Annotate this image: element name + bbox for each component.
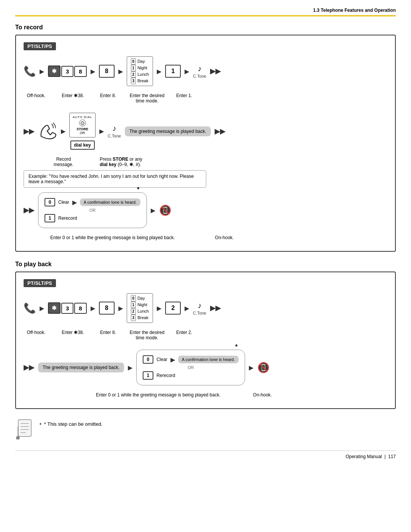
pb-options-container: * 0 Clear ▶ A confirmation tone is heard… [136, 350, 245, 385]
pb-onhook-icon: 📵 [257, 362, 269, 374]
pb-star-key: ✱ [48, 302, 61, 314]
tm-1: 1 [131, 65, 136, 71]
pb-dbl-arrow1: ▶▶ [210, 304, 221, 312]
pb-arrow6: ▶ [128, 364, 132, 371]
pb-key-3: 3 [61, 303, 73, 314]
onhook-icon-record: 📵 [159, 204, 171, 216]
greeting-bubble-text-record: The greeting message is played back. [129, 129, 206, 134]
tm-day: Day [137, 58, 145, 65]
or-label-record: OR [45, 208, 140, 212]
playback-box: PT/SLT/PS 📞 ▶ ✱ 3 8 ▶ 8 ▶ 0Day 1Night 2L… [15, 272, 396, 409]
arrow9: ▶ [151, 207, 155, 214]
arrow8: ▶ [72, 199, 77, 206]
dbl-arrow3: ▶▶ [215, 127, 225, 136]
pb-tm-2: 2 [131, 308, 136, 315]
pb-clear-option-row: 0 Clear ▶ A confirmation tone is heard. [143, 355, 239, 364]
ctone-label1: C.Tone [193, 74, 206, 78]
pb-arrow2: ▶ [91, 305, 95, 312]
rerecord-key: 1 [45, 214, 55, 222]
arrow5: ▶ [185, 68, 189, 75]
cap-record-msg: Record message. [46, 157, 81, 167]
pb-arrow5: ▶ [185, 305, 189, 312]
record-flow-row1: 📞 ▶ ✱ 3 8 ▶ 8 ▶ 0Day 1Night 2Lunch 3Brea… [24, 56, 387, 86]
ctone-group1: ♪ C.Tone [193, 64, 206, 78]
onhook-group-record: 📵 [159, 204, 171, 216]
cap-onhook-record: On-hook. [213, 235, 236, 240]
playback-section-title: To play back [15, 261, 396, 268]
example-box: Example: "You have reached John. I am so… [24, 170, 206, 188]
pb-tm-3: 3 [131, 315, 136, 321]
cap-store-msg: Press STORE or anydial key (0–9, ✱, #). [100, 157, 161, 167]
key-1: 1 [165, 65, 181, 78]
note-icon [15, 418, 34, 443]
pb-dbl-arrow2: ▶▶ [24, 363, 34, 372]
greeting-bubble-playback: The greeting message is played back. [38, 363, 124, 372]
arrow7: ▶ [99, 128, 104, 135]
page-footer: Operating Manual | 117 [15, 451, 396, 459]
pb-flow-row2: ▶▶ The greeting message is played back. … [24, 350, 387, 385]
pb-key-8a: 8 [74, 303, 86, 314]
playback-flow-row1: 📞 ▶ ✱ 3 8 ▶ 8 ▶ 0Day 1Night 2Lunch 3Brea… [24, 293, 387, 323]
dbl-arrow4: ▶▶ [24, 206, 34, 214]
cap-enter01-record: Enter 0 or 1 while the greeting message … [50, 235, 175, 240]
ctone-label2: C.Tone [108, 134, 121, 138]
options-border: 0 Clear ▶ A confirmation tone is heard. … [38, 192, 147, 228]
pb-tm-day: Day [137, 295, 145, 302]
ctone-group2: ♪ C.Tone [108, 124, 121, 138]
star38-key-group: ✱ 3 8 [48, 66, 87, 77]
playback-box-label: PT/SLT/PS [24, 279, 56, 287]
key-8a: 8 [74, 66, 86, 77]
pb-confirm-bubble-text: A confirmation tone is heard. [182, 357, 235, 362]
dbl-arrow2: ▶▶ [24, 127, 34, 136]
pb-clear-key: 0 [143, 355, 153, 364]
cap-enter8: Enter 8. [95, 93, 121, 98]
options-container: * 0 Clear ▶ A confirmation tone is heard… [38, 192, 147, 228]
cap-enter1: Enter 1. [173, 93, 196, 98]
record-caption-row1: Off-hook. Enter ✱38. Enter 8. Enter the … [24, 93, 387, 104]
record-flow-row2: ▶▶ ▶ AUTO DIAL ⊙ STORE OR dial key ▶ [24, 113, 387, 150]
clear-option-row: 0 Clear ▶ A confirmation tone is heard. [45, 198, 140, 206]
tm-2: 2 [131, 71, 136, 78]
cap-timemode: Enter the desired time mode. [125, 93, 169, 104]
greeting-bubble-record: The greeting message is played back. [125, 126, 211, 136]
star-key: ✱ [48, 66, 61, 77]
arrow1: ▶ [40, 68, 44, 75]
pb-star-mark: * [235, 343, 237, 350]
pb-cap-onhook: On-hook. [251, 392, 274, 398]
time-mode-box-record: 0Day 1Night 2Lunch 3Break [127, 56, 153, 86]
pb-cap-enter01: Enter 0 or 1 while the greeting message … [96, 392, 221, 398]
key-8b: 8 [99, 65, 115, 78]
pb-cap-enter8: Enter 8. [95, 330, 121, 335]
clear-label: Clear [58, 200, 69, 205]
arrow6: ▶ [61, 128, 65, 135]
pb-onhook-group: 📵 [257, 362, 269, 374]
music-note1: ♪ [198, 64, 201, 73]
pb-arrow1: ▶ [40, 305, 44, 312]
pb-arrow4: ▶ [157, 305, 161, 312]
pb-arrow3: ▶ [118, 305, 123, 312]
cap-offhook: Off-hook. [25, 93, 47, 98]
pb-cap-timemode: Enter the desired time mode. [125, 330, 169, 340]
record-box-label: PT/SLT/PS [24, 42, 56, 50]
cap-enter01-text: Enter 0 or 1 while the greeting message … [50, 235, 175, 240]
header-title: 1.3 Telephone Features and Operation [313, 8, 396, 13]
note-step-text: * This step can be omitted. [44, 421, 103, 427]
record-phone-icon [38, 123, 57, 140]
footer-page: 117 [388, 454, 396, 459]
offhook-phone-icon: 📞 [24, 66, 36, 77]
pb-clear-label: Clear [156, 357, 167, 362]
tm-break: Break [137, 78, 148, 84]
pb-rerecord-label: Rerecord [156, 373, 175, 378]
pb-time-mode-box: 0Day 1Night 2Lunch 3Break [127, 293, 153, 323]
key-3: 3 [61, 66, 73, 77]
pb-tm-0: 0 [131, 295, 136, 302]
pb-arrow7: ▶ [170, 356, 175, 363]
pb-star38-key-group: ✱ 3 8 [48, 302, 87, 314]
tm-lunch: Lunch [137, 71, 149, 78]
record-flow-row3: ▶▶ * 0 Clear ▶ A confirmation tone is he… [24, 192, 387, 228]
dial-key-label: dial key [70, 141, 95, 150]
dbl-arrow1: ▶▶ [210, 67, 221, 75]
star-mark: * [137, 186, 139, 193]
pb-caption-row1: Off-hook. Enter ✱38. Enter 8. Enter the … [24, 330, 387, 340]
pb-music-note1: ♪ [198, 301, 201, 310]
